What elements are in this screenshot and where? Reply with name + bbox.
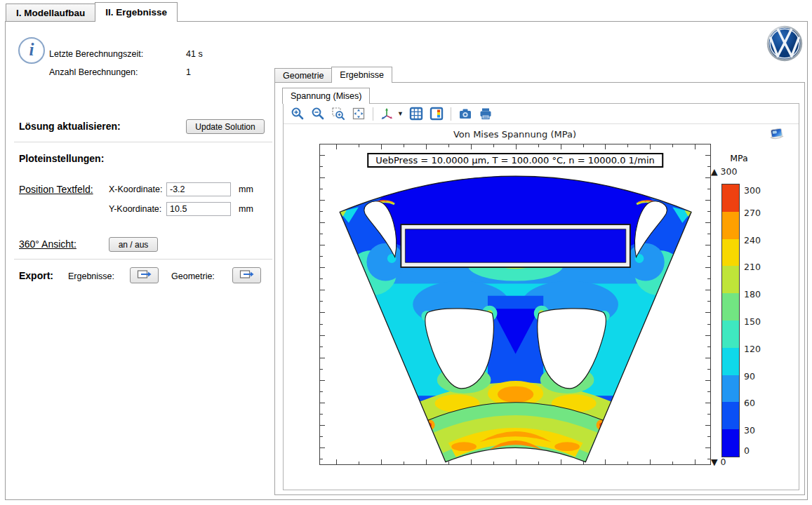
plot-frame[interactable]: UebPress = 10.0000 μm, T = 100.000 °C, n…	[319, 144, 711, 465]
info-icon: i	[18, 37, 45, 64]
tick-mark	[707, 301, 710, 302]
tick-mark	[707, 436, 710, 437]
zoom-extents-icon[interactable]	[351, 106, 366, 121]
tick-mark	[707, 459, 710, 459]
divider	[14, 259, 272, 260]
colorbar-tick-label: 270	[744, 208, 761, 218]
tab-geometrie[interactable]: Geometrie	[274, 68, 332, 83]
results-tab-bar: Geometrie Ergebnisse	[274, 67, 392, 83]
colorbar-segment	[722, 402, 739, 429]
tick-mark	[320, 200, 325, 201]
tick-mark	[672, 144, 673, 147]
update-section-label: Lösung aktualisieren:	[19, 121, 121, 132]
tick-mark	[705, 358, 710, 358]
zoom-window-icon[interactable]	[331, 106, 346, 121]
colorbar-max-marker: ▲ 300	[711, 166, 737, 177]
computation-count-label: Anzahl Berechnungen:	[49, 67, 138, 77]
tick-mark	[561, 144, 561, 149]
tick-mark	[705, 447, 710, 448]
up-triangle-icon: ▲	[711, 166, 718, 177]
tick-mark	[320, 459, 323, 459]
colorbar-segment	[722, 293, 739, 321]
colorbar-tick-label: 180	[744, 289, 761, 299]
colorbar-segment	[722, 348, 739, 375]
tick-mark	[705, 380, 710, 381]
export-geometry-button[interactable]	[232, 267, 261, 283]
info-icon-glyph: i	[29, 41, 34, 58]
tab-modellaufbau[interactable]: I. Modellaufbau	[6, 4, 95, 22]
snapshot-camera-icon[interactable]	[458, 106, 473, 121]
view-360-toggle-button[interactable]: an / aus	[109, 237, 158, 252]
colorbar-min-marker: ▼ 0	[711, 457, 726, 467]
tick-mark	[320, 414, 323, 415]
last-computation-value: 41 s	[186, 49, 203, 59]
tick-mark	[493, 462, 494, 464]
tab-spannung-mises[interactable]: Spannung (Mises)	[282, 88, 370, 104]
tick-mark	[538, 144, 539, 147]
tick-mark	[471, 144, 472, 149]
tick-mark	[320, 155, 325, 156]
export-geometry-label: Geometrie:	[171, 271, 215, 281]
zoom-in-icon[interactable]	[290, 106, 305, 121]
tick-mark	[320, 324, 323, 325]
tick-mark	[320, 166, 323, 167]
tab-ergebnisse[interactable]: II. Ergebnisse	[95, 2, 178, 22]
x-coordinate-input[interactable]	[166, 182, 231, 196]
toolbar-separator	[373, 107, 373, 121]
tick-mark	[448, 462, 449, 464]
tab-ergebnisse-plot[interactable]: Ergebnisse	[331, 67, 392, 83]
tick-mark	[320, 189, 323, 189]
tick-mark	[705, 335, 710, 336]
colorbar-tick-label: 210	[744, 262, 761, 272]
app-tab-bar: I. Modellaufbau II. Ergebnisse	[6, 2, 178, 22]
grid-toggle-icon[interactable]	[408, 106, 424, 121]
print-icon[interactable]	[478, 106, 493, 121]
update-solution-button[interactable]: Update Solution	[186, 119, 265, 134]
tick-mark	[695, 459, 695, 464]
tick-mark	[707, 278, 710, 279]
y-coordinate-unit: mm	[239, 204, 253, 214]
tick-mark	[320, 369, 323, 370]
y-coordinate-input[interactable]	[166, 202, 231, 216]
tick-mark	[320, 256, 323, 257]
tick-mark	[320, 301, 323, 302]
colorbar-segment	[722, 266, 739, 293]
graphics-brand-icon	[769, 127, 785, 142]
export-results-button[interactable]	[130, 267, 159, 283]
tick-mark	[627, 144, 628, 147]
tick-mark	[426, 459, 427, 464]
tick-mark	[695, 144, 695, 149]
tick-mark	[320, 335, 325, 336]
tick-mark	[707, 346, 710, 347]
tick-mark	[705, 222, 710, 223]
tick-mark	[705, 425, 710, 426]
zoom-out-icon[interactable]	[310, 106, 326, 121]
tick-mark	[583, 144, 584, 147]
tick-mark	[359, 144, 359, 147]
tick-mark	[627, 462, 628, 464]
tick-mark	[320, 380, 325, 381]
tick-mark	[336, 459, 337, 464]
tick-mark	[448, 144, 449, 147]
tick-mark	[516, 144, 517, 149]
tick-mark	[320, 245, 325, 245]
tick-mark	[707, 414, 710, 415]
tick-mark	[583, 462, 584, 464]
tick-mark	[650, 144, 651, 149]
tick-mark	[705, 267, 710, 268]
tick-mark	[320, 447, 325, 448]
tick-mark	[707, 324, 710, 325]
tick-mark	[707, 256, 710, 257]
tick-mark	[705, 177, 710, 178]
chevron-down-icon[interactable]: ▼	[397, 110, 404, 117]
last-computation-label: Letzte Berechnungszeit:	[49, 49, 143, 59]
tick-mark	[705, 245, 710, 245]
colorbar-segment	[722, 375, 739, 403]
export-icon	[137, 269, 152, 280]
plot-ticks	[320, 144, 710, 464]
tick-mark	[320, 267, 325, 268]
view-orientation-icon[interactable]	[380, 106, 395, 121]
tick-mark	[707, 369, 710, 370]
tick-mark	[705, 290, 710, 290]
color-legend-toggle-icon[interactable]	[429, 106, 444, 121]
